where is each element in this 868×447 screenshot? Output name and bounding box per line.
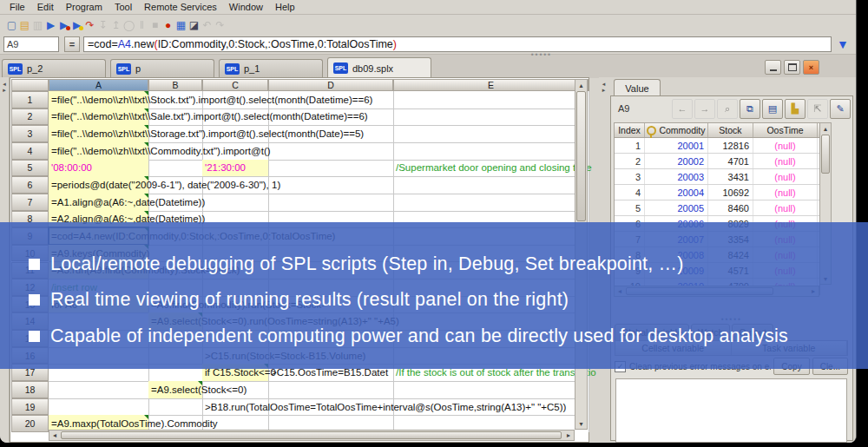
menu-item-program[interactable]: Program (60, 1, 108, 13)
result-cell[interactable]: (null) (753, 200, 818, 215)
step-run-icon[interactable]: ▶ (70, 17, 83, 32)
grid-cell-A3[interactable]: =file("..\\demo\\zh\\txt\\Storage.txt").… (49, 125, 148, 142)
doc-tab-p[interactable]: SPLp (110, 59, 214, 77)
banner-bullet-text: Local/remote debugging of SPL scripts (S… (50, 253, 684, 275)
column-header-A[interactable]: A (49, 79, 148, 91)
result-cell[interactable]: (null) (753, 154, 818, 168)
column-header-B[interactable]: B (148, 79, 202, 91)
grid-corner[interactable] (11, 79, 49, 91)
menu-item-tool[interactable]: Tool (108, 1, 138, 13)
row-header-6[interactable]: 6 (11, 176, 49, 194)
grid-hscrollbar[interactable]: ◂▸ (49, 430, 575, 441)
result-header-stock[interactable]: Stock (708, 123, 753, 137)
grid-cell-A2[interactable]: =file("..\\demo\\zh\\txt\\Sale.txt").imp… (49, 108, 148, 126)
result-cell[interactable]: (null) (753, 169, 818, 184)
menu-item-help[interactable]: Help (269, 1, 301, 13)
result-cell[interactable]: (null) (753, 138, 818, 153)
clear-icon[interactable]: ◪ (187, 17, 201, 32)
column-header-D[interactable]: D (268, 79, 393, 91)
formula-input[interactable]: =cod=A4.new(ID:Commodity,0:Stock,:OosTim… (83, 36, 832, 52)
result-cell[interactable]: 20003 (645, 169, 708, 184)
value-toolbar: A9 ←→⌕⧉▤▙⇱✎ (611, 96, 852, 121)
calculator-icon[interactable]: ▦ (174, 17, 187, 32)
grid-cell-C19[interactable]: >B18.run(TotalOosTime=TotalOosTime+inter… (202, 398, 268, 416)
cell-reference-input[interactable]: A9 (3, 36, 59, 52)
row-header-7[interactable]: 7 (11, 194, 49, 211)
result-cell[interactable]: 1 (615, 138, 645, 153)
grid-cell-B18[interactable]: =A9.select(Stock<=0) (148, 381, 202, 398)
result-cell[interactable]: 20005 (645, 200, 708, 215)
main-toolbar: ▢▤▥▶▶▶↷↧↥◯‖■●▦◪↶↷ (0, 15, 856, 35)
column-header-C[interactable]: C (202, 79, 268, 91)
result-table-header: IndexCommodityStockOosTime (615, 123, 819, 138)
new-file-icon[interactable]: ▢ (5, 17, 18, 32)
result-cell[interactable]: 2 (615, 154, 645, 168)
grid-cell-A4[interactable]: =file("..\\demo\\zh\\txt\\Commodity.txt"… (49, 142, 148, 160)
equals-button[interactable]: = (64, 36, 80, 52)
grid-cell-A5[interactable]: '08:00:00 (49, 160, 148, 177)
step-over-icon[interactable]: ↷ (83, 17, 96, 32)
restore-button[interactable] (784, 60, 800, 75)
drag-handle-dots[interactable]: ▪▪▪▪▪ (531, 50, 552, 58)
spl-file-icon: SPL (116, 63, 131, 75)
menu-item-remote-services[interactable]: Remote Services (138, 1, 223, 13)
formula-part: .new (131, 38, 154, 50)
result-cell[interactable]: 20001 (645, 138, 708, 153)
menu-item-file[interactable]: File (3, 1, 31, 13)
row-header-3[interactable]: 3 (11, 125, 49, 142)
run-to-cursor-icon: ◯ (122, 17, 135, 32)
row-header-20[interactable]: 20 (11, 415, 49, 432)
result-cell[interactable]: 8460 (708, 200, 753, 215)
row-header-19[interactable]: 19 (11, 398, 49, 416)
result-cell[interactable]: 20002 (645, 154, 708, 168)
result-row: 42000410692(null) (615, 185, 819, 200)
doc-tab-p_1[interactable]: SPLp_1 (219, 59, 323, 77)
result-cell[interactable]: 12816 (708, 138, 753, 153)
minimize-button[interactable] (765, 60, 781, 75)
overflow-marker-icon (144, 91, 148, 95)
close-button[interactable]: × (803, 60, 819, 75)
debug-run-icon[interactable]: ▶ (57, 17, 70, 32)
value-tab[interactable]: Value (614, 79, 661, 97)
output-box[interactable] (615, 378, 847, 443)
grid-cell-A7[interactable]: =A1.align@a(A6:~,date(Datetime)) (49, 194, 148, 211)
row-header-1[interactable]: 1 (11, 91, 49, 108)
doc-tab-db09.splx[interactable]: SPLdb09.splx (327, 57, 431, 78)
result-cell[interactable]: (null) (753, 185, 818, 200)
grid-cell-A1[interactable]: =file("..\\demo\\zh\\txt\\Stock.txt").im… (49, 91, 148, 108)
column-header-E[interactable]: E (393, 79, 589, 91)
result-header-index[interactable]: Index (615, 123, 645, 137)
menu-item-window[interactable]: Window (223, 1, 269, 13)
result-cell[interactable]: 10692 (708, 185, 753, 200)
pause-icon: ‖ (135, 17, 148, 32)
menu-item-edit[interactable]: Edit (31, 1, 60, 13)
result-cell[interactable]: 5 (615, 200, 645, 215)
result-cell[interactable]: 20004 (645, 185, 708, 200)
pin-icon[interactable]: ✎ (830, 99, 851, 119)
result-cell[interactable]: 4701 (708, 154, 753, 168)
result-header-commodity[interactable]: Commodity (645, 123, 708, 137)
result-cell[interactable]: 4 (615, 185, 645, 200)
result-header-oostime[interactable]: OosTime (753, 123, 818, 137)
run-icon[interactable]: ▶ (44, 17, 57, 32)
grid-cell-E5[interactable]: /Supermarket door opening and closing ti… (393, 160, 589, 177)
grid-cell-C5[interactable]: '21:30:00 (202, 160, 268, 177)
breakpoint-icon[interactable]: ● (161, 17, 174, 32)
open-folder-icon[interactable]: ▤ (18, 17, 31, 32)
row-header-2[interactable]: 2 (11, 108, 49, 126)
row-header-18[interactable]: 18 (11, 381, 49, 398)
cell-text: /Supermarket door opening and closing ti… (396, 162, 592, 173)
row-header-5[interactable]: 5 (11, 160, 49, 177)
properties-icon[interactable]: ▤ (762, 99, 783, 119)
grid-row-7: =A1.align@a(A6:~,date(Datetime)) (49, 194, 575, 212)
chart-icon[interactable]: ▙ (785, 99, 806, 119)
grid-cell-A6[interactable]: =periods@d(date("2009-6-1"), date("2009-… (49, 176, 148, 194)
result-cell[interactable]: 3431 (708, 169, 753, 184)
doc-tab-p_2[interactable]: SPLp_2 (2, 59, 106, 77)
copy-icon[interactable]: ⧉ (740, 99, 760, 119)
row-header-4[interactable]: 4 (11, 142, 49, 160)
step-out-icon: ↥ (109, 17, 122, 32)
formula-expand-arrow-icon[interactable]: ▼ (835, 36, 851, 52)
result-cell[interactable]: 3 (615, 169, 645, 184)
formula-args: ID:Commodity,0:Stock,:OosTime,0:TotalOos… (158, 38, 393, 50)
